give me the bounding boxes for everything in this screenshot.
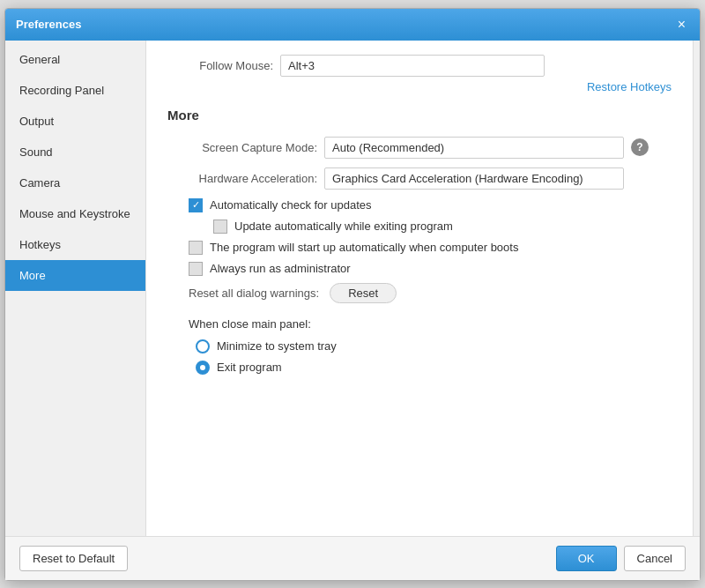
auto-start-checkbox[interactable]	[189, 241, 203, 255]
sidebar-item-recording-panel[interactable]: Recording Panel	[5, 75, 145, 106]
reset-dialog-button[interactable]: Reset	[330, 283, 397, 303]
follow-mouse-row: Follow Mouse:	[167, 55, 672, 77]
close-button[interactable]: ×	[674, 16, 689, 33]
hardware-accel-row: Hardware Acceleration: Graphics Card Acc…	[167, 167, 672, 190]
auto-check-updates-row: Automatically check for updates	[189, 198, 672, 212]
auto-check-updates-checkbox[interactable]	[189, 198, 203, 212]
screen-capture-mode-container: Auto (Recommended) GDI Mode DirectX Mode	[324, 137, 624, 159]
ok-button[interactable]: OK	[556, 546, 617, 571]
dialog-title: Preferences	[16, 18, 81, 31]
title-bar: Preferences ×	[5, 9, 700, 41]
footer-left: Reset to Default	[19, 546, 128, 571]
cancel-button[interactable]: Cancel	[624, 546, 686, 571]
auto-check-updates-label: Automatically check for updates	[210, 198, 372, 212]
update-auto-checkbox[interactable]	[213, 220, 227, 234]
when-close-section: When close main panel: Minimize to syste…	[189, 317, 672, 375]
follow-mouse-input[interactable]	[280, 55, 545, 77]
always-admin-checkbox[interactable]	[189, 262, 203, 276]
footer-right: OK Cancel	[556, 546, 686, 571]
update-auto-row: Update automatically while exiting progr…	[213, 220, 672, 234]
sidebar-item-more[interactable]: More	[5, 260, 145, 291]
screen-capture-help-icon[interactable]: ?	[631, 138, 649, 156]
dialog-body: General Recording Panel Output Sound Cam…	[5, 41, 700, 536]
scrollbar[interactable]	[693, 41, 700, 536]
exit-radio-row: Exit program	[196, 361, 672, 375]
section-title-more: More	[167, 108, 672, 123]
exit-label: Exit program	[217, 361, 282, 374]
sidebar-item-output[interactable]: Output	[5, 106, 145, 137]
reset-dialog-row: Reset all dialog warnings: Reset	[189, 283, 672, 303]
hardware-accel-select[interactable]: Graphics Card Acceleration (Hardware Enc…	[324, 167, 624, 190]
sidebar-item-sound[interactable]: Sound	[5, 137, 145, 167]
minimize-radio-row: Minimize to system tray	[196, 339, 672, 354]
auto-start-row: The program will start up automatically …	[189, 241, 672, 255]
screen-capture-mode-label: Screen Capture Mode:	[167, 141, 317, 154]
update-auto-label: Update automatically while exiting progr…	[234, 220, 453, 233]
sidebar: General Recording Panel Output Sound Cam…	[5, 41, 146, 536]
hardware-accel-container: Graphics Card Acceleration (Hardware Enc…	[324, 167, 624, 190]
restore-hotkeys-link[interactable]: Restore Hotkeys	[587, 80, 672, 93]
screen-capture-mode-select[interactable]: Auto (Recommended) GDI Mode DirectX Mode	[324, 137, 624, 159]
screen-capture-mode-row: Screen Capture Mode: Auto (Recommended) …	[167, 137, 672, 159]
minimize-label: Minimize to system tray	[217, 339, 337, 353]
follow-mouse-label: Follow Mouse:	[167, 59, 273, 72]
sidebar-item-hotkeys[interactable]: Hotkeys	[5, 229, 145, 260]
when-close-title: When close main panel:	[189, 317, 672, 331]
dialog-footer: Reset to Default OK Cancel	[5, 536, 700, 580]
always-admin-row: Always run as administrator	[189, 262, 672, 276]
reset-default-button[interactable]: Reset to Default	[19, 546, 128, 571]
hardware-accel-label: Hardware Acceleration:	[167, 172, 317, 185]
preferences-dialog: Preferences × General Recording Panel Ou…	[4, 8, 701, 581]
exit-radio[interactable]	[196, 361, 210, 375]
reset-dialog-label: Reset all dialog warnings:	[189, 287, 319, 300]
always-admin-label: Always run as administrator	[210, 262, 351, 275]
minimize-radio[interactable]	[196, 339, 210, 354]
restore-hotkeys-row: Restore Hotkeys	[167, 80, 672, 93]
auto-start-label: The program will start up automatically …	[210, 241, 518, 254]
sidebar-item-camera[interactable]: Camera	[5, 167, 145, 198]
sidebar-item-general[interactable]: General	[5, 44, 145, 75]
sidebar-item-mouse-keystroke[interactable]: Mouse and Keystroke	[5, 198, 145, 229]
content-area: Follow Mouse: Restore Hotkeys More Scree…	[146, 41, 693, 536]
